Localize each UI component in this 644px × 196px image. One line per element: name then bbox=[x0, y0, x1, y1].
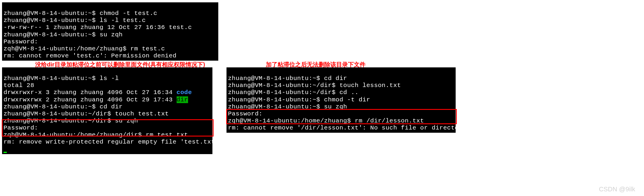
terminal-line: zhuang@VM-8-14-ubuntu:~$ cd dir bbox=[4, 103, 123, 110]
watermark: CSDN @9ilk bbox=[599, 185, 635, 193]
terminal-top: zhuang@VM-8-14-ubuntu:~$ chmod -t test.c… bbox=[2, 2, 218, 61]
terminal-line: zhuang@VM-8-14-ubuntu:~$ chmod -t dir bbox=[228, 96, 370, 103]
terminal-line: rm: cannot remove 'test.c': Permission d… bbox=[4, 52, 177, 59]
cursor-icon bbox=[4, 152, 7, 153]
terminal-line: Password: bbox=[228, 110, 263, 117]
terminal-line: Password: bbox=[4, 125, 38, 131]
terminal-left: zhuang@VM-8-14-ubuntu:~$ ls -l total 28 … bbox=[2, 67, 212, 154]
terminal-line: zhuang@VM-8-14-ubuntu:~$ cd dir bbox=[228, 75, 347, 82]
terminal-line: rm: remove write-protected regular empty… bbox=[4, 139, 230, 145]
terminal-line: -rw-rw-r-- 1 zhuang zhuang 12 Oct 27 16:… bbox=[4, 24, 192, 31]
terminal-line: total 28 bbox=[4, 82, 34, 89]
directory-dir: dir bbox=[177, 96, 188, 103]
terminal-line: drwxrwxrwx 2 zhuang zhuang 4096 Oct 29 1… bbox=[4, 96, 188, 103]
terminal-line: zhuang@VM-8-14-ubuntu:~/dir$ touch lesso… bbox=[228, 82, 401, 89]
terminal-line: zhuang@VM-8-14-ubuntu:~$ chmod -t test.c bbox=[4, 10, 157, 17]
terminal-line: zhuang@VM-8-14-ubuntu:~/dir$ cd .. bbox=[228, 89, 359, 96]
directory-code: code bbox=[177, 89, 192, 96]
terminal-line: zqh@VM-8-14-ubuntu:/home/zhuang/dir$ rm … bbox=[4, 132, 188, 138]
terminal-line: zqh@VM-8-14-ubuntu:/home/zhuang$ rm test… bbox=[4, 45, 165, 52]
terminal-line: zhuang@VM-8-14-ubuntu:~/dir$ touch test.… bbox=[4, 110, 169, 117]
terminal-line: Password: bbox=[4, 38, 38, 45]
terminal-line: zhuang@VM-8-14-ubuntu:~$ su zqh bbox=[4, 31, 123, 38]
terminal-right: zhuang@VM-8-14-ubuntu:~$ cd dir zhuang@V… bbox=[227, 67, 456, 133]
terminal-line: zhuang@VM-8-14-ubuntu:~$ ls -l bbox=[4, 75, 119, 82]
terminal-line: zhuang@VM-8-14-ubuntu:~$ su zqh bbox=[228, 103, 347, 110]
terminal-line: zhuang@VM-8-14-ubuntu:~/dir$ su zqh bbox=[4, 117, 138, 124]
terminal-line: zhuang@VM-8-14-ubuntu:~$ ls -l test.c bbox=[4, 17, 146, 24]
terminal-line: zqh@VM-8-14-ubuntu:/home/zhuang$ rm /dir… bbox=[228, 117, 424, 124]
terminal-line: rm: cannot remove '/dir/lesson.txt': No … bbox=[228, 125, 466, 131]
terminal-line: drwxrwxr-x 3 zhuang zhuang 4096 Oct 27 1… bbox=[4, 89, 192, 96]
